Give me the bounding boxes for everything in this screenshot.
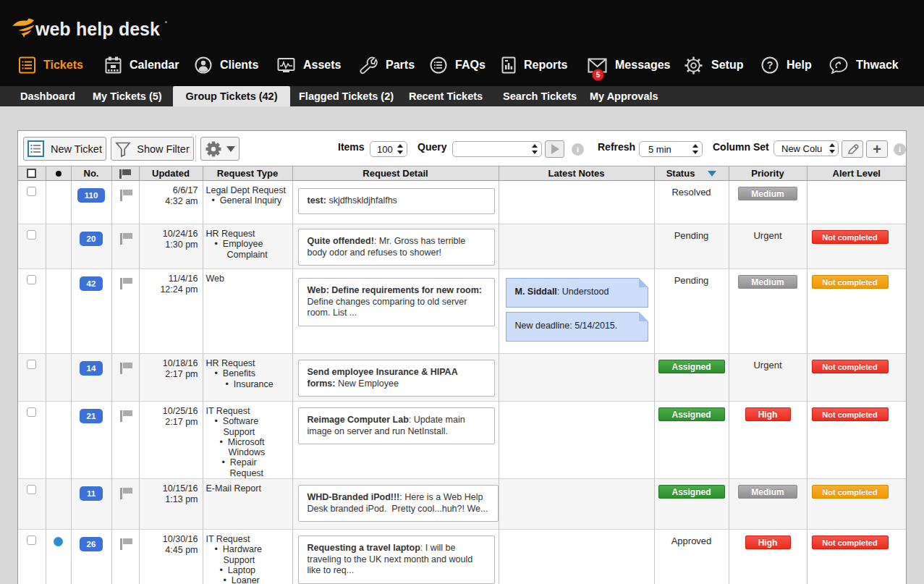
svg-text:?: ? [767, 59, 773, 71]
